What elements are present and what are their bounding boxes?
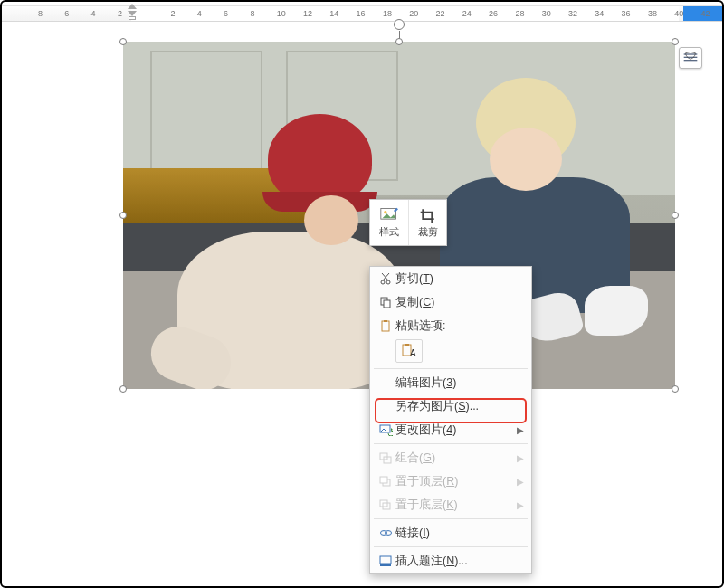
ruler-tick: 6	[224, 9, 228, 18]
ruler-tick: 32	[568, 9, 577, 18]
menu-insert-caption[interactable]: 插入题注(N)...	[370, 549, 531, 573]
menu-copy-label: 复制(C)	[395, 295, 524, 310]
menu-cut[interactable]: 剪切(T)	[370, 267, 531, 290]
picture-style-label: 样式	[379, 225, 399, 239]
menu-change-image[interactable]: 更改图片(4) ▶	[370, 418, 531, 441]
ruler-tick: 10	[277, 9, 286, 18]
menu-separator	[374, 518, 528, 519]
menu-send-back-label: 置于底层(K)	[395, 498, 517, 513]
crop-label: 裁剪	[418, 225, 438, 239]
indent-marker[interactable]	[127, 4, 138, 22]
change-image-icon	[376, 424, 395, 436]
menu-cut-label: 剪切(T)	[395, 271, 524, 287]
menu-bring-to-front: 置于顶层(R) ▶	[370, 469, 531, 493]
svg-rect-10	[384, 320, 387, 322]
ruler-tick: 2	[118, 9, 122, 18]
svg-rect-18	[380, 477, 387, 483]
crop-icon	[419, 207, 437, 223]
paste-text-icon: A	[401, 344, 417, 358]
resize-handle-e[interactable]	[672, 212, 679, 219]
svg-rect-8	[384, 300, 390, 308]
resize-handle-n[interactable]	[395, 38, 403, 45]
bring-front-icon	[376, 476, 395, 488]
svg-point-5	[381, 280, 385, 284]
menu-edit-image[interactable]: 编辑图片(3)	[370, 371, 531, 394]
ruler-tick: 8	[250, 9, 254, 18]
ruler-tick: 6	[64, 9, 69, 18]
cut-icon	[376, 272, 395, 285]
picture-mini-toolbar: 样式 裁剪	[369, 199, 447, 246]
submenu-arrow-icon: ▶	[517, 453, 524, 463]
ruler-tick: 40	[674, 9, 683, 18]
menu-copy[interactable]: 复制(C)	[370, 290, 531, 314]
submenu-arrow-icon: ▶	[517, 477, 524, 487]
menu-bring-front-label: 置于顶层(R)	[395, 474, 517, 489]
horizontal-ruler[interactable]: 8642246810121416182022242628303234363840…	[0, 5, 724, 22]
menu-paste-options-label: 粘贴选项:	[395, 318, 524, 334]
ruler-tick: 20	[409, 9, 418, 18]
menu-change-image-label: 更改图片(4)	[395, 422, 517, 438]
ruler-tick: 4	[197, 9, 202, 18]
menu-separator	[374, 368, 528, 369]
paste-keep-text-only[interactable]: A	[395, 339, 423, 363]
ruler-tick: 26	[489, 9, 498, 18]
svg-point-6	[386, 280, 390, 284]
menu-save-as-image[interactable]: 另存为图片(S)...	[370, 394, 531, 418]
ruler-tick: 30	[542, 9, 551, 18]
picture-style-icon	[380, 207, 398, 223]
svg-text:A: A	[410, 348, 416, 358]
ruler-tick: 2	[171, 9, 176, 18]
menu-save-as-image-label: 另存为图片(S)...	[395, 399, 524, 414]
paste-icon	[376, 319, 395, 332]
link-icon	[376, 527, 395, 538]
copy-icon	[376, 296, 395, 308]
menu-link-label: 链接(I)	[395, 526, 524, 541]
resize-handle-sw[interactable]	[119, 385, 127, 393]
layout-options-icon	[683, 52, 698, 64]
layout-options-button[interactable]	[679, 47, 702, 69]
svg-rect-24	[380, 564, 391, 566]
ruler-tick: 38	[648, 9, 657, 18]
submenu-arrow-icon: ▶	[517, 425, 524, 435]
menu-group: 组合(G) ▶	[370, 446, 531, 469]
ruler-tick: 16	[357, 9, 366, 18]
ruler-tick: 22	[436, 9, 445, 18]
resize-handle-w[interactable]	[119, 212, 127, 219]
caption-icon	[376, 555, 395, 567]
svg-rect-23	[380, 556, 391, 564]
send-back-icon	[376, 499, 395, 511]
resize-handle-ne[interactable]	[672, 38, 679, 45]
menu-separator	[374, 546, 528, 547]
picture-style-button[interactable]: 样式	[370, 200, 408, 245]
svg-point-4	[384, 211, 386, 213]
menu-send-to-back: 置于底层(K) ▶	[370, 493, 531, 517]
menu-edit-image-label: 编辑图片(3)	[395, 375, 524, 391]
ruler-tick: 8	[38, 9, 43, 18]
resize-handle-se[interactable]	[672, 385, 679, 393]
paste-options-row: A	[370, 337, 531, 366]
ruler-tick: 14	[329, 9, 338, 18]
menu-caption-label: 插入题注(N)...	[395, 554, 524, 569]
svg-point-22	[385, 531, 391, 536]
svg-rect-1	[684, 57, 698, 58]
ruler-tick: 34	[595, 9, 604, 18]
menu-separator	[374, 443, 528, 444]
ruler-tick: 12	[303, 9, 312, 18]
submenu-arrow-icon: ▶	[517, 500, 524, 510]
menu-paste-options-header: 粘贴选项:	[370, 314, 531, 337]
group-icon	[376, 452, 395, 464]
ruler-tick: 24	[462, 9, 472, 18]
ruler-tick: 4	[91, 9, 96, 18]
ruler-tick: 42	[701, 9, 710, 18]
picture-context-menu: 剪切(T) 复制(C) 粘贴选项: A 编辑图片(3) 另存为图片(S)... …	[369, 266, 532, 574]
resize-handle-nw[interactable]	[119, 38, 127, 45]
svg-rect-9	[382, 321, 389, 331]
menu-link[interactable]: 链接(I)	[370, 521, 531, 545]
crop-button[interactable]: 裁剪	[408, 200, 446, 245]
ruler-tick: 28	[515, 9, 524, 18]
ruler-tick: 18	[383, 9, 392, 18]
menu-group-label: 组合(G)	[395, 450, 517, 466]
svg-rect-2	[684, 60, 698, 61]
rotate-handle[interactable]	[394, 19, 405, 30]
svg-rect-12	[405, 344, 409, 346]
